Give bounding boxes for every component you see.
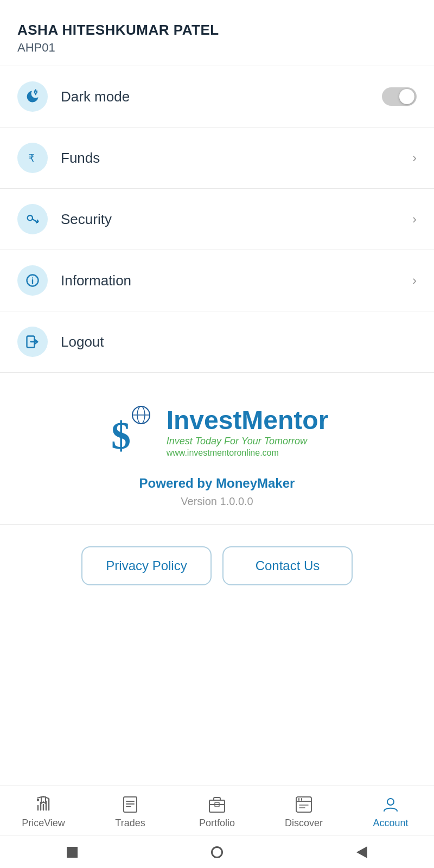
svg-text:$: $ (111, 414, 131, 457)
profile-name: ASHA HITESHKUMAR PATEL (17, 22, 417, 39)
bottom-nav: PriceView Trades Portfolio Discover (0, 786, 434, 835)
privacy-policy-button[interactable]: Privacy Policy (81, 546, 212, 585)
info-icon (25, 273, 40, 288)
nav-discover-label: Discover (285, 818, 323, 829)
security-icon-wrap (17, 204, 48, 234)
dark-mode-toggle-wrap (382, 87, 417, 106)
information-chevron-icon: › (412, 273, 417, 288)
trades-icon (120, 795, 140, 814)
android-square-icon (67, 847, 78, 858)
security-item[interactable]: Security › (0, 189, 434, 250)
buttons-row: Privacy Policy Contact Us (0, 525, 434, 612)
moon-icon (25, 89, 40, 104)
nav-priceview-label: PriceView (22, 818, 65, 829)
portfolio-icon (207, 795, 227, 814)
security-chevron-icon: › (412, 212, 417, 227)
logo-text-group: InvestMentor Invest Today For Your Tomor… (167, 407, 329, 458)
funds-label: Funds (61, 150, 412, 167)
contact-us-button[interactable]: Contact Us (222, 546, 353, 585)
nav-portfolio-label: Portfolio (199, 818, 235, 829)
svg-text:₹: ₹ (28, 152, 35, 164)
funds-chevron-icon: › (412, 150, 417, 165)
discover-icon (294, 795, 314, 814)
android-circle-icon (211, 846, 223, 858)
dark-mode-icon-wrap (17, 81, 48, 112)
nav-item-portfolio[interactable]: Portfolio (184, 795, 250, 829)
nav-item-account[interactable]: Account (358, 795, 423, 829)
nav-item-discover[interactable]: Discover (271, 795, 336, 829)
svg-point-5 (32, 277, 33, 278)
android-square-button[interactable] (65, 845, 80, 860)
brand-section: $ InvestMentor Invest Today For Your Tom… (0, 373, 434, 525)
funds-icon-wrap: ₹ (17, 143, 48, 173)
security-label: Security (61, 211, 412, 228)
powered-by: Powered by MoneyMaker (139, 476, 295, 491)
android-nav-bar (0, 835, 434, 868)
information-icon-wrap (17, 265, 48, 296)
profile-section: ASHA HITESHKUMAR PATEL AHP01 (0, 0, 434, 66)
brand-url: www.investmentoronline.com (167, 448, 329, 458)
priceview-icon (34, 795, 53, 814)
account-icon (381, 795, 400, 814)
nav-account-label: Account (373, 818, 408, 829)
logout-item[interactable]: Logout (0, 311, 434, 373)
dark-mode-label: Dark mode (61, 88, 382, 105)
nav-trades-label: Trades (115, 818, 145, 829)
logout-label: Logout (61, 334, 417, 350)
brand-tagline: Invest Today For Your Tomorrow (167, 436, 329, 447)
logout-icon (25, 334, 40, 349)
nav-item-priceview[interactable]: PriceView (11, 795, 76, 829)
dark-mode-toggle[interactable] (382, 87, 417, 106)
android-home-button[interactable] (209, 845, 225, 860)
invest-mentor-logo-icon: $ (106, 405, 160, 459)
profile-id: AHP01 (17, 41, 417, 55)
logout-icon-wrap (17, 327, 48, 357)
funds-item[interactable]: ₹ Funds › (0, 127, 434, 189)
rupee-icon: ₹ (25, 150, 40, 165)
information-label: Information (61, 272, 412, 289)
menu-list: Dark mode ₹ Funds › Security (0, 66, 434, 373)
svg-point-2 (28, 215, 33, 220)
nav-item-trades[interactable]: Trades (98, 795, 163, 829)
android-back-button[interactable] (354, 845, 369, 860)
brand-name: InvestMentor (167, 407, 329, 433)
logo-container: $ InvestMentor Invest Today For Your Tom… (106, 405, 329, 459)
version-text: Version 1.0.0.0 (181, 495, 253, 508)
information-item[interactable]: Information › (0, 250, 434, 311)
dark-mode-item[interactable]: Dark mode (0, 66, 434, 127)
svg-point-24 (387, 799, 394, 805)
android-triangle-icon (356, 846, 367, 858)
key-icon (25, 212, 40, 227)
